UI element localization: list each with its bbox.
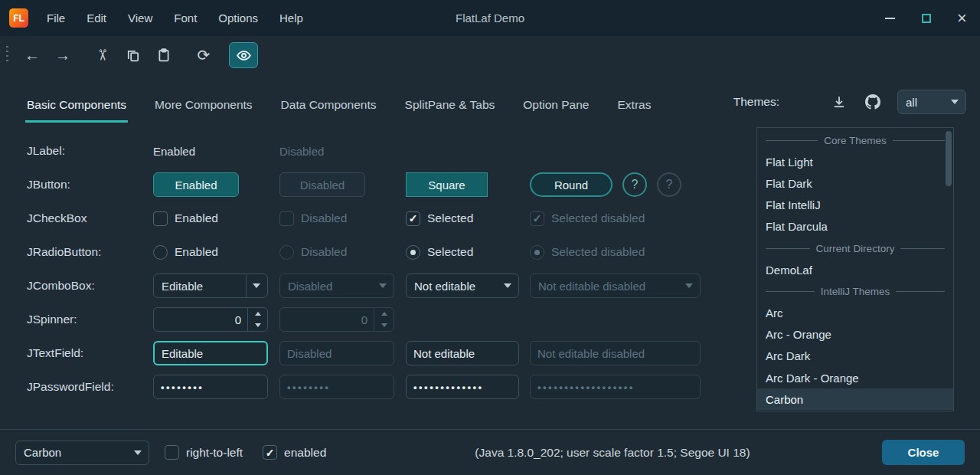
copy-button[interactable] xyxy=(119,42,148,68)
radio-selected-disabled-label: Selected disabled xyxy=(551,245,645,259)
menu-view[interactable]: View xyxy=(117,0,163,36)
textfield-editable[interactable] xyxy=(153,341,268,365)
theme-combobox[interactable]: Carbon xyxy=(15,441,149,465)
radio-selected-icon xyxy=(530,245,544,260)
forward-button[interactable]: → xyxy=(48,42,77,68)
tab-bar: Basic Components More Components Data Co… xyxy=(0,80,980,124)
round-button[interactable]: Round xyxy=(530,172,612,197)
menubar: File Edit View Font Options Help xyxy=(36,0,314,36)
themes-filter-combobox[interactable]: all xyxy=(897,90,966,114)
enabled-button[interactable]: Enabled xyxy=(153,172,239,197)
radio-disabled: Disabled xyxy=(279,245,406,260)
radio-selected[interactable]: Selected xyxy=(406,245,530,260)
theme-item-demolaf[interactable]: DemoLaf xyxy=(757,259,953,280)
jspinner-row: JSpinner: xyxy=(27,303,735,336)
back-arrow-icon: ← xyxy=(24,47,40,64)
enabled-checkbox-label: enabled xyxy=(284,446,326,460)
theme-item-flat-darcula[interactable]: Flat Darcula xyxy=(757,216,953,238)
themes-label: Themes: xyxy=(733,95,779,109)
theme-combobox-value: Carbon xyxy=(24,446,61,459)
github-icon xyxy=(865,94,880,110)
basic-components-panel: JLabel: Enabled Disabled JButton: Enable… xyxy=(0,124,735,404)
paste-button[interactable] xyxy=(149,42,178,68)
download-button[interactable] xyxy=(830,93,848,111)
checkbox-enabled[interactable]: Enabled xyxy=(153,211,279,226)
combobox-editable[interactable]: Editable xyxy=(153,274,268,298)
theme-item-arc-orange[interactable]: Arc - Orange xyxy=(757,324,953,346)
jradiobutton-row-label: JRadioButton: xyxy=(27,245,153,259)
checkbox-icon xyxy=(165,445,179,460)
spinner-up-icon xyxy=(381,312,387,316)
menu-help[interactable]: Help xyxy=(269,0,314,36)
themes-scrollbar-thumb[interactable] xyxy=(946,131,952,186)
toolbar-grip[interactable] xyxy=(6,46,8,64)
jtextfield-row: JTextField: xyxy=(27,336,735,370)
show-hidden-toggle-button[interactable] xyxy=(229,42,258,68)
checkbox-icon xyxy=(153,211,168,226)
spinner-buttons[interactable] xyxy=(247,308,267,331)
theme-item-flat-light[interactable]: Flat Light xyxy=(757,151,953,172)
back-button[interactable]: ← xyxy=(18,42,47,68)
tab-data-components[interactable]: Data Components xyxy=(281,98,377,124)
spinner-up-icon xyxy=(255,312,261,316)
right-to-left-checkbox[interactable]: right-to-left xyxy=(165,445,243,460)
spinner-enabled[interactable] xyxy=(153,307,268,332)
checkbox-disabled: Disabled xyxy=(279,211,406,226)
tab-extras[interactable]: Extras xyxy=(618,98,652,124)
minimize-icon xyxy=(885,18,895,19)
tab-option-pane[interactable]: Option Pane xyxy=(523,98,589,124)
window-controls: × xyxy=(872,0,980,36)
jpasswordfield-row: JPasswordField: xyxy=(27,370,735,404)
maximize-button[interactable] xyxy=(908,0,944,36)
spinner-down-icon xyxy=(381,323,387,327)
textfield-not-editable[interactable] xyxy=(406,341,519,365)
separator-label: Core Themes xyxy=(824,135,887,146)
menu-edit[interactable]: Edit xyxy=(76,0,117,36)
refresh-button[interactable]: ⟳ xyxy=(189,42,218,68)
checkbox-icon xyxy=(279,211,294,226)
enabled-checkbox[interactable]: ✓ enabled xyxy=(263,445,326,460)
checkbox-selected-label: Selected xyxy=(427,211,473,225)
themes-filter-value: all xyxy=(906,96,917,109)
theme-item-arc-dark-orange[interactable]: Arc Dark - Orange xyxy=(757,367,953,388)
menu-options[interactable]: Options xyxy=(207,0,269,36)
close-button[interactable]: Close xyxy=(882,440,965,465)
refresh-icon: ⟳ xyxy=(198,46,211,64)
radio-selected-icon xyxy=(406,245,420,260)
theme-item-flat-dark[interactable]: Flat Dark xyxy=(757,172,953,194)
right-to-left-label: right-to-left xyxy=(186,446,243,460)
theme-item-flat-intellij[interactable]: Flat IntelliJ xyxy=(757,195,953,216)
checkbox-selected[interactable]: ✓ Selected xyxy=(406,211,530,226)
combobox-not-editable-disabled: Not editable disabled xyxy=(530,274,701,298)
minimize-button[interactable] xyxy=(872,0,908,36)
jcheckbox-row: JCheckBox Enabled Disabled ✓ Selected ✓ … xyxy=(27,201,735,235)
combobox-not-editable[interactable]: Not editable xyxy=(406,274,519,298)
jpasswordfield-row-label: JPasswordField: xyxy=(27,380,153,394)
chevron-down-icon xyxy=(379,283,387,288)
eye-icon xyxy=(237,50,251,61)
tab-basic-components[interactable]: Basic Components xyxy=(27,98,126,124)
radio-enabled[interactable]: Enabled xyxy=(153,245,279,260)
github-button[interactable] xyxy=(864,93,882,111)
menu-file[interactable]: File xyxy=(36,0,76,36)
tab-more-components[interactable]: More Components xyxy=(155,98,253,124)
cut-button[interactable]: ✂ xyxy=(88,42,117,68)
help-button[interactable]: ? xyxy=(622,172,647,197)
spinner-disabled xyxy=(279,307,394,332)
square-button[interactable]: Square xyxy=(406,172,488,197)
menu-font[interactable]: Font xyxy=(163,0,207,36)
jlabel-row-label: JLabel: xyxy=(27,144,153,158)
tab-splitpane-tabs[interactable]: SplitPane & Tabs xyxy=(405,98,495,124)
passwordfield-not-editable[interactable] xyxy=(406,375,519,399)
theme-item-carbon[interactable]: Carbon xyxy=(757,388,953,410)
passwordfield-editable[interactable] xyxy=(153,375,268,399)
theme-item-arc[interactable]: Arc xyxy=(757,303,953,324)
themes-header: Themes: all xyxy=(733,90,966,114)
theme-item-arc-dark[interactable]: Arc Dark xyxy=(757,346,953,367)
chevron-down-icon xyxy=(134,450,142,455)
chevron-down-icon xyxy=(685,283,693,288)
theme-separator-core: Core Themes xyxy=(757,129,953,151)
close-window-button[interactable]: × xyxy=(944,0,980,36)
logo-text: FL xyxy=(13,13,24,24)
close-icon: × xyxy=(957,8,967,28)
